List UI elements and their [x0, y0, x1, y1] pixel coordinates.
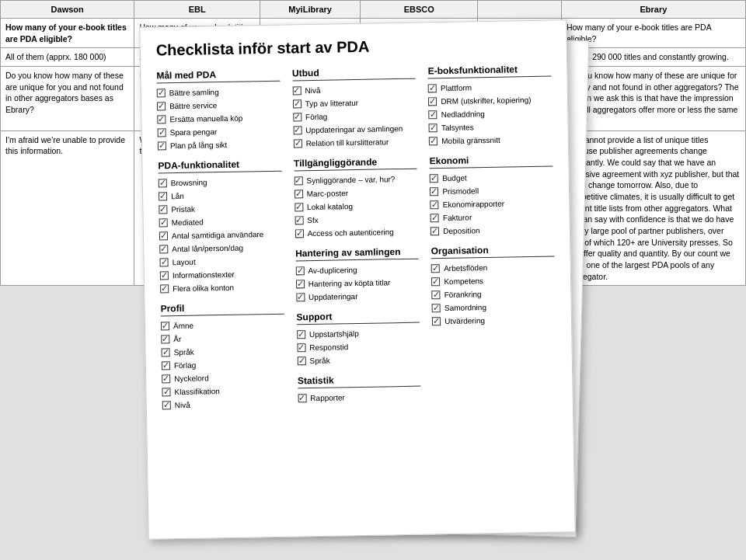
ebrary-cell-2: Apprx. 290 000 titles and constantly gro… — [561, 48, 745, 67]
checkbox-icon — [157, 115, 166, 123]
checkbox-icon — [158, 128, 166, 137]
header-dawson: Dawson — [1, 1, 134, 19]
list-item: Flera olika konton — [160, 282, 284, 294]
list-item: Browsning — [159, 176, 282, 189]
checkbox-icon — [295, 266, 304, 275]
checkbox-icon — [161, 322, 169, 330]
section-ebok-title: E-boksfunktionalitet — [428, 64, 552, 79]
checkbox-icon — [159, 231, 168, 240]
checkbox-icon — [295, 203, 303, 211]
list-item: År — [161, 332, 284, 345]
list-item: Synliggörande – var, hur? — [294, 174, 417, 186]
checkbox-icon — [294, 176, 302, 185]
list-item: Spara pengar — [158, 126, 281, 138]
checkbox-icon — [295, 190, 303, 198]
list-item: Uppdateringar av samlingen — [293, 123, 417, 136]
checkbox-icon — [431, 200, 439, 209]
list-item: Sfx — [295, 214, 418, 226]
list-item: DRM (utskrifter, kopiering) — [428, 95, 552, 107]
list-item: Ersätta manuella köp — [157, 113, 281, 125]
list-item: Typ av litteratur — [293, 97, 417, 110]
list-item: Nivå — [162, 398, 286, 411]
list-item: Samordning — [432, 301, 556, 314]
checkbox-icon — [428, 97, 437, 106]
checkbox-icon — [159, 258, 168, 266]
checkbox-icon — [295, 229, 304, 238]
checkbox-icon — [430, 174, 438, 183]
list-item: Bättre service — [157, 99, 281, 112]
section-utbud-title: Utbud — [292, 66, 416, 82]
section-tillgang-title: Tillgängliggörande — [294, 156, 417, 172]
checklist-title: Checklista inför start av PDA — [156, 35, 551, 60]
list-item: Fakturor — [431, 211, 554, 224]
section-ebok: E-boksfunktionalitet Plattform DRM (utsk… — [428, 64, 553, 147]
list-item: Lån — [159, 190, 282, 202]
list-item: Mobila gränssnitt — [429, 134, 553, 147]
list-item: Mediated — [159, 216, 283, 228]
checkbox-icon — [431, 214, 439, 222]
checkbox-icon — [297, 343, 305, 352]
list-item: Språk — [161, 346, 284, 358]
checkbox-icon — [297, 357, 305, 365]
checkbox-icon — [296, 280, 305, 288]
header-ebl: EBL — [134, 1, 260, 19]
question-cell-2: All of them (apprx. 180 000) — [1, 48, 134, 67]
checkbox-icon — [161, 335, 169, 343]
checkbox-icon — [297, 330, 305, 339]
checklist-col1: Mål med PDA Bättre samling Bättre servic… — [156, 68, 285, 420]
section-mal-title: Mål med PDA — [156, 68, 280, 84]
section-statistik-title: Statistik — [298, 374, 421, 389]
checkbox-icon — [296, 293, 305, 301]
list-item: Prismodell — [430, 185, 553, 197]
section-tillgang: Tillgängliggörande Synliggörande – var, … — [294, 156, 418, 239]
checkbox-icon — [159, 245, 168, 253]
section-organisation: Organisation Arbetsflöden Kompetens Föra… — [431, 244, 556, 327]
list-item: Språk — [297, 354, 420, 367]
list-item: Nyckelord — [162, 372, 285, 384]
list-item: Rapporter — [298, 391, 421, 404]
list-item: Uppstartshjälp — [297, 328, 420, 340]
section-statistik: Statistik Rapporter — [298, 374, 421, 404]
checkbox-icon — [160, 284, 169, 293]
header-ebrary: Ebrary — [561, 1, 745, 19]
list-item: Talsyntes — [429, 121, 553, 134]
checkbox-icon — [432, 290, 441, 299]
list-item: Uppdateringar — [296, 290, 420, 303]
checkbox-icon — [293, 113, 302, 121]
list-item: Plattform — [428, 82, 552, 94]
checkbox-icon — [432, 304, 441, 312]
question-cell-3: Do you know how many of these are unique… — [1, 67, 134, 130]
section-profil-title: Profil — [160, 301, 284, 317]
list-item: Förankring — [432, 288, 556, 301]
list-item: Access och autenticering — [295, 227, 418, 239]
list-item: Antal samtidiga användare — [159, 229, 283, 242]
list-item: Ekonomirapporter — [431, 198, 554, 210]
list-item: Nedladdning — [429, 108, 553, 120]
ebrary-cell-3: Do you know how many of these are unique… — [561, 67, 745, 130]
checkbox-icon — [295, 216, 303, 224]
question-cell-4: I'm afraid we're unable to provide this … — [1, 130, 134, 286]
checkbox-icon — [429, 137, 437, 145]
checkbox-icon — [431, 264, 440, 273]
checklist-col2: Utbud Nivå Typ av litteratur Förlag Uppd… — [292, 66, 422, 418]
checklist-document: Checklista inför start av PDA Mål med PD… — [139, 19, 575, 539]
list-item: Ämne — [161, 319, 284, 332]
checkbox-icon — [292, 86, 301, 95]
checkbox-icon — [162, 401, 171, 409]
section-support: Support Uppstartshjälp Responstid Språk — [296, 310, 420, 367]
checkbox-icon — [429, 123, 437, 132]
section-support-title: Support — [296, 310, 420, 325]
list-item: Kompetens — [431, 275, 555, 287]
checkbox-icon — [431, 277, 440, 286]
list-item: Layout — [159, 256, 283, 268]
checkbox-icon — [158, 141, 166, 150]
section-pda: PDA-funktionalitet Browsning Lån Pristak… — [158, 158, 284, 294]
header-mid — [478, 1, 562, 19]
checkbox-icon — [162, 361, 170, 370]
list-item: Plan på lång sikt — [158, 139, 281, 151]
checkbox-icon — [159, 192, 167, 200]
header-myi: MyiLibrary — [260, 1, 361, 19]
list-item: Nivå — [292, 84, 416, 96]
checkbox-icon — [293, 126, 302, 134]
list-item: Av-duplicering — [295, 264, 419, 277]
